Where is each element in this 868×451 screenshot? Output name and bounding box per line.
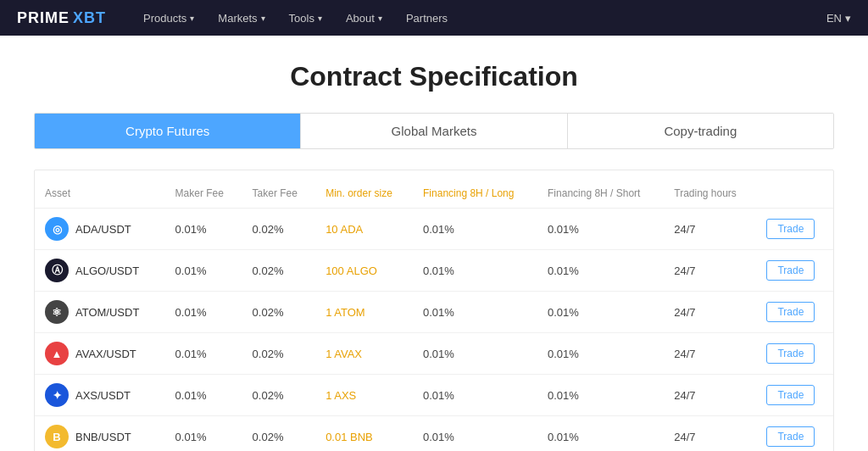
min-order-cell: 100 ALGO	[315, 250, 413, 292]
asset-cell: ▲ AVAX/USDT	[35, 333, 165, 375]
table-row: ◎ ADA/USDT 0.01% 0.02% 10 ADA 0.01% 0.01…	[35, 209, 833, 250]
fin-short-cell: 0.01%	[537, 416, 664, 452]
maker-fee-cell: 0.01%	[165, 333, 242, 375]
asset-icon: Ⓐ	[45, 259, 69, 282]
trading-hours-cell: 24/7	[664, 292, 756, 333]
asset-cell: ✦ AXS/USDT	[35, 375, 165, 416]
min-order-cell: 1 AVAX	[315, 333, 413, 375]
trade-button[interactable]: Trade	[766, 302, 815, 322]
col-action	[756, 179, 833, 209]
trade-action-cell: Trade	[756, 292, 833, 333]
trading-hours-cell: 24/7	[664, 250, 756, 292]
trade-button[interactable]: Trade	[766, 260, 815, 281]
nav-about[interactable]: About ▾	[334, 0, 394, 36]
fin-long-cell: 0.01%	[413, 416, 537, 452]
trade-button[interactable]: Trade	[766, 426, 815, 447]
contract-table-container: Asset Maker Fee Taker Fee Min. order siz…	[34, 170, 834, 451]
main-content: Contract Specification Crypto Futures Gl…	[0, 36, 868, 451]
tab-crypto-futures[interactable]: Crypto Futures	[35, 114, 301, 148]
asset-icon: B	[45, 425, 69, 448]
asset-name: AXS/USDT	[75, 389, 131, 402]
table-row: B BNB/USDT 0.01% 0.02% 0.01 BNB 0.01% 0.…	[35, 416, 833, 452]
trading-hours-cell: 24/7	[664, 209, 756, 250]
col-maker-fee: Maker Fee	[165, 179, 242, 209]
navbar: PRIME XBT Products ▾ Markets ▾ Tools ▾ A…	[0, 0, 868, 36]
table-row: Ⓐ ALGO/USDT 0.01% 0.02% 100 ALGO 0.01% 0…	[35, 250, 833, 292]
chevron-down-icon: ▾	[845, 12, 851, 25]
asset-cell: ⚛ ATOM/USDT	[35, 292, 165, 333]
maker-fee-cell: 0.01%	[165, 375, 242, 416]
chevron-down-icon: ▾	[261, 14, 265, 23]
fin-long-cell: 0.01%	[413, 333, 537, 375]
nav-products[interactable]: Products ▾	[131, 0, 206, 36]
maker-fee-cell: 0.01%	[165, 416, 242, 452]
fin-short-cell: 0.01%	[537, 250, 664, 292]
min-order-cell: 10 ADA	[315, 209, 413, 250]
taker-fee-cell: 0.02%	[242, 416, 316, 452]
fin-long-cell: 0.01%	[413, 292, 537, 333]
nav-markets[interactable]: Markets ▾	[206, 0, 276, 36]
col-trading-hours: Trading hours	[664, 179, 756, 209]
nav-tools[interactable]: Tools ▾	[277, 0, 334, 36]
fin-short-cell: 0.01%	[537, 375, 664, 416]
min-order-cell: 0.01 BNB	[315, 416, 413, 452]
asset-icon: ◎	[45, 217, 69, 241]
asset-name: ATOM/USDT	[75, 306, 139, 319]
taker-fee-cell: 0.02%	[242, 375, 316, 416]
nav-partners[interactable]: Partners	[394, 0, 459, 36]
logo-xbt: XBT	[73, 9, 106, 27]
trade-action-cell: Trade	[756, 375, 833, 416]
fin-short-cell: 0.01%	[537, 333, 664, 375]
logo[interactable]: PRIME XBT	[17, 9, 106, 27]
trading-hours-cell: 24/7	[664, 375, 756, 416]
table-row: ▲ AVAX/USDT 0.01% 0.02% 1 AVAX 0.01% 0.0…	[35, 333, 833, 375]
trade-action-cell: Trade	[756, 416, 833, 452]
logo-prime: PRIME	[17, 9, 70, 27]
trading-hours-cell: 24/7	[664, 333, 756, 375]
maker-fee-cell: 0.01%	[165, 250, 242, 292]
chevron-down-icon: ▾	[318, 14, 322, 23]
min-order-cell: 1 ATOM	[315, 292, 413, 333]
taker-fee-cell: 0.02%	[242, 250, 316, 292]
fin-long-cell: 0.01%	[413, 375, 537, 416]
language-selector[interactable]: EN ▾	[826, 12, 851, 25]
trade-action-cell: Trade	[756, 209, 833, 250]
taker-fee-cell: 0.02%	[242, 209, 316, 250]
asset-name: BNB/USDT	[75, 431, 131, 443]
fin-short-cell: 0.01%	[537, 292, 664, 333]
asset-name: AVAX/USDT	[75, 348, 136, 360]
taker-fee-cell: 0.02%	[242, 292, 316, 333]
maker-fee-cell: 0.01%	[165, 292, 242, 333]
tab-bar: Crypto Futures Global Markets Copy-tradi…	[34, 113, 834, 149]
fin-long-cell: 0.01%	[413, 209, 537, 250]
asset-icon: ✦	[45, 383, 69, 407]
fin-long-cell: 0.01%	[413, 250, 537, 292]
table-row: ⚛ ATOM/USDT 0.01% 0.02% 1 ATOM 0.01% 0.0…	[35, 292, 833, 333]
asset-name: ADA/USDT	[75, 223, 131, 236]
table-header-row: Asset Maker Fee Taker Fee Min. order siz…	[35, 179, 833, 209]
trade-action-cell: Trade	[756, 333, 833, 375]
contract-table: Asset Maker Fee Taker Fee Min. order siz…	[35, 179, 833, 451]
asset-icon: ▲	[45, 342, 69, 365]
col-fin-short: Financing 8H / Short	[537, 179, 664, 209]
col-taker-fee: Taker Fee	[242, 179, 316, 209]
page-title: Contract Specification	[34, 61, 834, 92]
trade-button[interactable]: Trade	[766, 385, 815, 405]
col-min-order: Min. order size	[315, 179, 413, 209]
trade-action-cell: Trade	[756, 250, 833, 292]
chevron-down-icon: ▾	[190, 14, 194, 23]
asset-name: ALGO/USDT	[75, 264, 139, 277]
trade-button[interactable]: Trade	[766, 343, 815, 364]
tab-copy-trading[interactable]: Copy-trading	[568, 114, 833, 148]
asset-cell: Ⓐ ALGO/USDT	[35, 250, 165, 292]
asset-cell: ◎ ADA/USDT	[35, 209, 165, 250]
chevron-down-icon: ▾	[378, 14, 382, 23]
tab-global-markets[interactable]: Global Markets	[301, 114, 567, 148]
col-asset: Asset	[35, 179, 165, 209]
fin-short-cell: 0.01%	[537, 209, 664, 250]
min-order-cell: 1 AXS	[315, 375, 413, 416]
asset-cell: B BNB/USDT	[35, 416, 165, 452]
table-row: ✦ AXS/USDT 0.01% 0.02% 1 AXS 0.01% 0.01%…	[35, 375, 833, 416]
nav-menu: Products ▾ Markets ▾ Tools ▾ About ▾ Par…	[131, 0, 826, 36]
trade-button[interactable]: Trade	[766, 219, 815, 239]
